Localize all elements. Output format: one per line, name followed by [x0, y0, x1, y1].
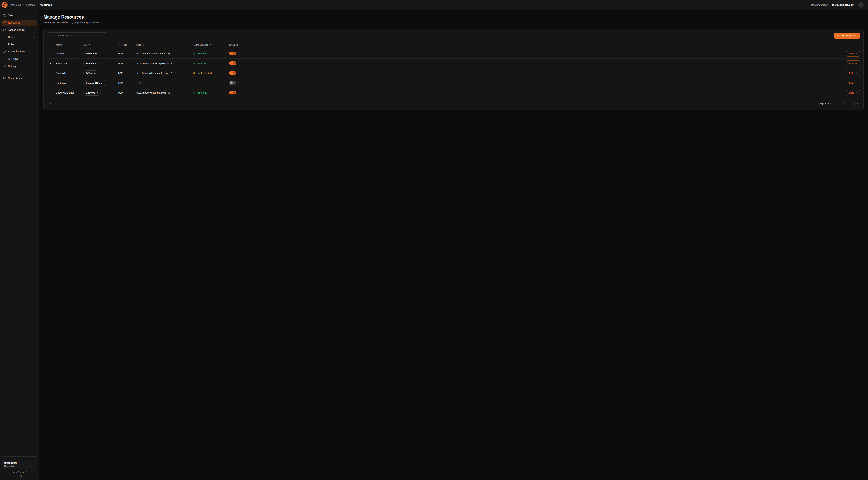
sidebar-item-resources[interactable]: Resources [1, 20, 37, 26]
site-link[interactable]: Office [84, 70, 98, 76]
sidebar-item-sites[interactable]: Sites [1, 12, 37, 19]
sidebar-item-label: Sites [8, 14, 13, 17]
row-menu-button[interactable] [47, 71, 52, 76]
site-link[interactable]: Home Lab [84, 61, 103, 66]
sidebar-item-settings[interactable]: Settings [1, 63, 37, 69]
edit-button[interactable]: Edit [846, 51, 860, 57]
row-menu-button[interactable] [47, 52, 52, 56]
sidebar-item-label: Shareable Links [8, 50, 26, 53]
sidebar-item-roles[interactable]: Roles [1, 41, 37, 48]
key-icon [3, 57, 6, 60]
shield-check-icon [193, 53, 195, 55]
site-name: Office [86, 72, 93, 74]
page-subtitle: Create secure proxies to your private ap… [43, 21, 864, 24]
sort-icon [63, 44, 66, 46]
row-menu-button[interactable] [47, 61, 52, 66]
column-header-enabled: Enabled [229, 43, 254, 46]
resource-name: Battery Manager [56, 91, 84, 94]
row-menu-button[interactable] [47, 91, 52, 95]
open-source-link[interactable]: Open Source [1, 471, 37, 474]
sidebar-item-api-keys[interactable]: API Keys [1, 56, 37, 62]
ellipsis-icon [48, 91, 51, 94]
column-label: Protocol [118, 43, 127, 46]
column-header-site[interactable]: Site [84, 43, 118, 46]
edit-button[interactable]: Edit [846, 80, 860, 86]
page-size-value: 20 [50, 102, 52, 105]
copy-icon [168, 53, 170, 55]
sort-icon [210, 44, 212, 46]
add-resource-button[interactable]: Add Resource [834, 33, 860, 38]
enabled-toggle[interactable] [229, 61, 236, 65]
copy-button[interactable] [170, 62, 174, 65]
arrow-up-right-icon [94, 72, 96, 74]
first-page-button[interactable] [834, 101, 839, 107]
toggle-knob [233, 62, 236, 65]
pagination [834, 101, 860, 107]
resources-card: Add Resource Name Site Protocol Access [43, 29, 864, 110]
site-name: Home Lab [86, 62, 97, 65]
resource-access: https://immich.example.com [136, 52, 166, 55]
link-icon [3, 50, 6, 53]
next-page-button[interactable] [847, 101, 853, 107]
sidebar-item-access-control[interactable]: Access Control [1, 27, 37, 33]
breadcrumb-settings[interactable]: settings [26, 3, 35, 6]
column-label: Access [136, 43, 144, 46]
toggle-knob [233, 91, 236, 94]
copy-button[interactable] [170, 72, 173, 75]
previous-page-button[interactable] [841, 101, 846, 107]
search-input[interactable] [53, 34, 105, 37]
column-header-protocol: Protocol [118, 43, 136, 46]
site-link[interactable]: Edge 01 [84, 90, 101, 96]
edit-button[interactable]: Edit [846, 90, 860, 96]
documentation-link[interactable]: Documentation [811, 3, 828, 6]
copy-button[interactable] [168, 52, 170, 55]
column-header-authentication[interactable]: Authentication [193, 43, 229, 46]
resource-protocol: TCP [118, 91, 136, 94]
auth-badge: Not Protected [193, 72, 229, 74]
chevrons-right-icon [856, 102, 858, 105]
chevron-down-icon [33, 29, 36, 31]
resource-protocol: TCP [118, 72, 136, 74]
sidebar-item-server-admin[interactable]: Server Admin [1, 75, 37, 81]
site-link[interactable]: Second Office [84, 80, 107, 86]
arrow-up-right-icon [99, 62, 101, 64]
chevron-right-icon [33, 36, 36, 38]
edit-label: Edit [849, 82, 854, 84]
auth-label: Protected [197, 52, 207, 55]
search-box[interactable] [47, 32, 107, 39]
external-link-icon [25, 471, 27, 473]
organization-selector[interactable]: Organization Home Lab [2, 460, 37, 469]
column-header-name[interactable]: Name [56, 43, 84, 46]
arrow-right-icon [855, 53, 857, 55]
edit-label: Edit [849, 91, 854, 94]
resource-name: Authentik [56, 72, 84, 74]
enabled-toggle[interactable] [229, 71, 236, 75]
organization-label: Organization [4, 462, 18, 464]
copy-button[interactable] [167, 91, 170, 94]
table-footer: 20 Page 1 of 1 [47, 101, 860, 107]
copy-button[interactable] [143, 82, 146, 85]
enabled-toggle[interactable] [229, 91, 236, 94]
avatar[interactable]: J [858, 2, 864, 8]
enabled-toggle[interactable] [229, 52, 236, 55]
breadcrumb-resources[interactable]: resources [40, 3, 52, 6]
sidebar-item-shareable-links[interactable]: Shareable Links [1, 49, 37, 55]
shield-check-icon [193, 92, 195, 94]
edit-label: Edit [849, 52, 854, 55]
last-page-button[interactable] [855, 101, 860, 107]
column-header-access: Access [136, 43, 193, 46]
copy-icon [171, 62, 173, 65]
sidebar-item-users[interactable]: Users [1, 34, 37, 40]
resource-access: 5432 [136, 82, 141, 84]
site-link[interactable]: Home Lab [84, 51, 103, 57]
breadcrumb-org[interactable]: home-lab [10, 3, 21, 6]
row-menu-button[interactable] [47, 81, 52, 85]
edit-button[interactable]: Edit [846, 70, 860, 76]
app-logo[interactable] [2, 2, 8, 8]
chevrons-up-down-icon [33, 463, 35, 466]
user-email[interactable]: joe@example.com [832, 3, 854, 6]
page-size-select[interactable]: 20 [47, 101, 58, 107]
edit-button[interactable]: Edit [846, 60, 860, 66]
enabled-toggle[interactable] [229, 81, 236, 85]
users-icon [3, 28, 6, 31]
